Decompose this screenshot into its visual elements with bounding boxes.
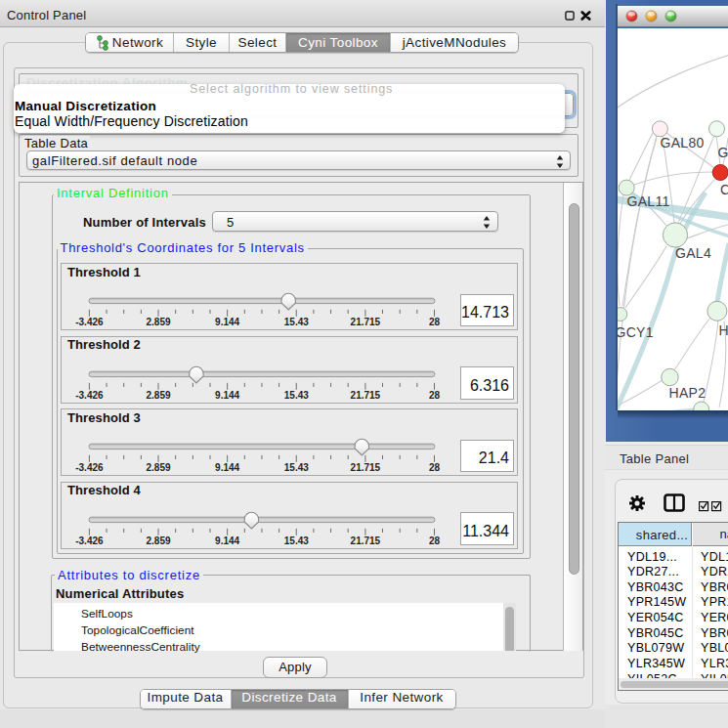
svg-text:21.715: 21.715 [351, 462, 381, 473]
svg-text:GAL11: GAL11 [627, 193, 670, 209]
svg-text:21.715: 21.715 [351, 389, 381, 400]
svg-text:-3.426: -3.426 [75, 389, 104, 400]
svg-text:9.144: 9.144 [215, 462, 239, 473]
svg-text:28: 28 [429, 462, 441, 473]
svg-text:21.715: 21.715 [351, 317, 381, 327]
svg-text:-3.426: -3.426 [75, 535, 104, 545]
svg-text:GCY1: GCY1 [618, 324, 654, 340]
svg-text:GAL80: GAL80 [661, 135, 705, 150]
svg-text:9.144: 9.144 [215, 389, 239, 400]
svg-text:2.859: 2.859 [146, 462, 170, 473]
svg-text:15.43: 15.43 [284, 389, 309, 400]
svg-text:G...: G... [718, 145, 728, 160]
svg-text:2.859: 2.859 [146, 535, 170, 545]
svg-text:28: 28 [429, 535, 441, 545]
svg-text:15.43: 15.43 [284, 535, 309, 545]
svg-text:C: C [720, 182, 728, 197]
svg-text:21.715: 21.715 [351, 535, 381, 545]
svg-text:2.859: 2.859 [146, 317, 170, 327]
svg-text:HAP2: HAP2 [669, 385, 707, 401]
svg-text:-3.426: -3.426 [75, 462, 104, 473]
svg-text:15.43: 15.43 [284, 317, 309, 327]
svg-text:-3.426: -3.426 [75, 317, 104, 327]
svg-text:28: 28 [429, 389, 441, 400]
svg-text:15.43: 15.43 [284, 462, 309, 473]
svg-text:2.859: 2.859 [146, 389, 170, 400]
svg-text:9.144: 9.144 [215, 535, 239, 545]
svg-text:28: 28 [429, 317, 441, 327]
svg-text:GAL4: GAL4 [675, 245, 711, 261]
svg-text:9.144: 9.144 [215, 317, 239, 327]
svg-text:H: H [719, 322, 728, 338]
